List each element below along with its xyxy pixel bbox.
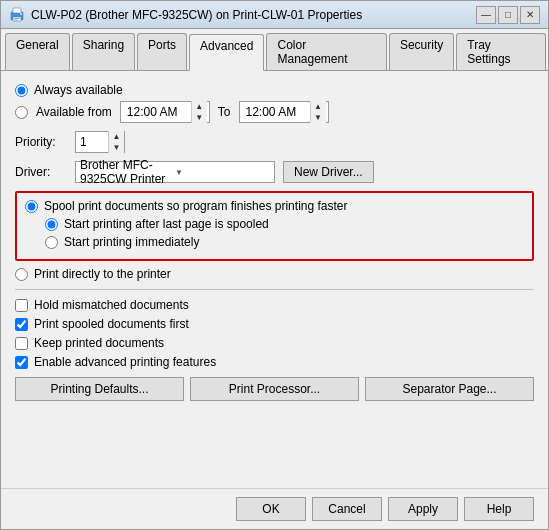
printing-defaults-button[interactable]: Printing Defaults... <box>15 377 184 401</box>
enable-advanced-label[interactable]: Enable advanced printing features <box>34 355 216 369</box>
ok-button[interactable]: OK <box>236 497 306 521</box>
always-available-radio[interactable] <box>15 84 28 97</box>
after-last-page-label[interactable]: Start printing after last page is spoole… <box>64 217 269 231</box>
title-bar: CLW-P02 (Brother MFC-9325CW) on Print-CL… <box>1 1 548 29</box>
available-from-label[interactable]: Available from <box>36 105 112 119</box>
print-spooled-label[interactable]: Print spooled documents first <box>34 317 189 331</box>
maximize-button[interactable]: □ <box>498 6 518 24</box>
hold-mismatched-checkbox[interactable] <box>15 299 28 312</box>
print-spooled-row: Print spooled documents first <box>15 317 534 331</box>
close-button[interactable]: ✕ <box>520 6 540 24</box>
hold-mismatched-label[interactable]: Hold mismatched documents <box>34 298 189 312</box>
tab-advanced[interactable]: Advanced <box>189 34 264 71</box>
separator-page-button[interactable]: Separator Page... <box>365 377 534 401</box>
enable-advanced-checkbox[interactable] <box>15 356 28 369</box>
driver-select[interactable]: Brother MFC-9325CW Printer ▼ <box>75 161 275 183</box>
to-time-down[interactable]: ▼ <box>311 112 326 123</box>
from-time-up[interactable]: ▲ <box>192 101 207 112</box>
hold-mismatched-row: Hold mismatched documents <box>15 298 534 312</box>
available-from-radio[interactable] <box>15 106 28 119</box>
cancel-button[interactable]: Cancel <box>312 497 382 521</box>
action-buttons-row: Printing Defaults... Print Processor... … <box>15 377 534 401</box>
to-time-input[interactable]: 12:00 AM ▲ ▼ <box>239 101 329 123</box>
spool-radio-row: Spool print documents so program finishe… <box>25 199 524 213</box>
tab-general[interactable]: General <box>5 33 70 70</box>
priority-input[interactable]: 1 ▲ ▼ <box>75 131 125 153</box>
minimize-button[interactable]: — <box>476 6 496 24</box>
always-available-row: Always available <box>15 83 534 97</box>
start-immediately-radio[interactable] <box>45 236 58 249</box>
spool-label[interactable]: Spool print documents so program finishe… <box>44 199 348 213</box>
print-directly-row: Print directly to the printer <box>15 267 534 281</box>
apply-button[interactable]: Apply <box>388 497 458 521</box>
start-immediately-row: Start printing immediately <box>25 235 524 249</box>
tab-sharing[interactable]: Sharing <box>72 33 135 70</box>
always-available-label[interactable]: Always available <box>34 83 123 97</box>
print-spooled-checkbox[interactable] <box>15 318 28 331</box>
spool-options-box: Spool print documents so program finishe… <box>15 191 534 261</box>
from-time-input[interactable]: 12:00 AM ▲ ▼ <box>120 101 210 123</box>
print-directly-radio[interactable] <box>15 268 28 281</box>
help-button[interactable]: Help <box>464 497 534 521</box>
dialog-footer: OK Cancel Apply Help <box>1 488 548 529</box>
keep-printed-row: Keep printed documents <box>15 336 534 350</box>
print-processor-button[interactable]: Print Processor... <box>190 377 359 401</box>
start-immediately-label[interactable]: Start printing immediately <box>64 235 199 249</box>
advanced-panel: Always available Available from 12:00 AM… <box>1 71 548 488</box>
keep-printed-checkbox[interactable] <box>15 337 28 350</box>
enable-advanced-row: Enable advanced printing features <box>15 355 534 369</box>
spool-radio[interactable] <box>25 200 38 213</box>
svg-point-5 <box>20 13 22 15</box>
after-last-page-row: Start printing after last page is spoole… <box>25 217 524 231</box>
to-label: To <box>218 105 231 119</box>
keep-printed-label[interactable]: Keep printed documents <box>34 336 164 350</box>
svg-rect-1 <box>13 8 21 13</box>
driver-row: Driver: Brother MFC-9325CW Printer ▼ New… <box>15 161 534 183</box>
svg-rect-4 <box>14 19 18 20</box>
priority-label: Priority: <box>15 135 67 149</box>
tab-tray-settings[interactable]: Tray Settings <box>456 33 546 70</box>
driver-dropdown-arrow: ▼ <box>175 168 270 177</box>
svg-rect-3 <box>14 18 20 19</box>
tab-bar: General Sharing Ports Advanced Color Man… <box>1 29 548 71</box>
new-driver-button[interactable]: New Driver... <box>283 161 374 183</box>
from-time-down[interactable]: ▼ <box>192 112 207 123</box>
priority-row: Priority: 1 ▲ ▼ <box>15 131 534 153</box>
to-time-up[interactable]: ▲ <box>311 101 326 112</box>
print-directly-label[interactable]: Print directly to the printer <box>34 267 171 281</box>
available-from-row: Available from 12:00 AM ▲ ▼ To 12:00 AM … <box>15 101 534 123</box>
printer-icon <box>9 7 25 23</box>
divider <box>15 289 534 290</box>
tab-ports[interactable]: Ports <box>137 33 187 70</box>
driver-label: Driver: <box>15 165 67 179</box>
priority-up[interactable]: ▲ <box>109 131 124 142</box>
tab-security[interactable]: Security <box>389 33 454 70</box>
main-window: CLW-P02 (Brother MFC-9325CW) on Print-CL… <box>0 0 549 530</box>
tab-color-management[interactable]: Color Management <box>266 33 386 70</box>
after-last-page-radio[interactable] <box>45 218 58 231</box>
window-title: CLW-P02 (Brother MFC-9325CW) on Print-CL… <box>31 8 362 22</box>
priority-down[interactable]: ▼ <box>109 142 124 153</box>
